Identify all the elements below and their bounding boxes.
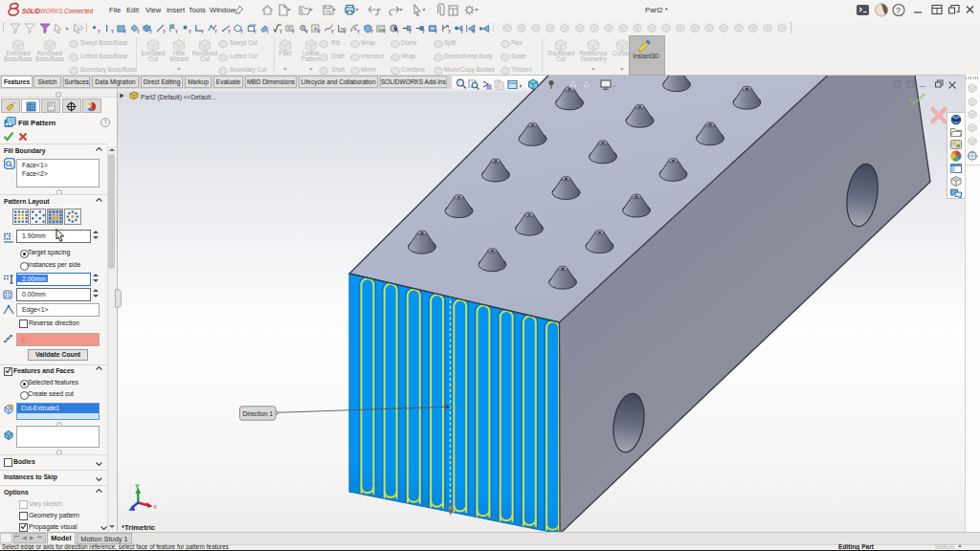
svg-text:Y: Y (240, 29, 243, 33)
svg-text:Y: Y (448, 29, 451, 33)
svg-text:Y: Y (460, 29, 463, 33)
svg-text:Y: Y (175, 29, 178, 33)
svg-text:Y: Y (254, 29, 256, 33)
svg-text:Y: Y (409, 29, 412, 33)
svg-text:Y: Y (228, 29, 231, 33)
svg-text:Y: Y (396, 29, 399, 33)
svg-text:Y: Y (189, 29, 191, 33)
svg-text:Y: Y (331, 29, 334, 33)
svg-text:SOLIDWORKS Connected: SOLIDWORKS Connected (22, 7, 94, 15)
svg-text:Direction 1: Direction 1 (243, 410, 274, 417)
svg-text:Y: Y (318, 29, 321, 33)
svg-text:Y: Y (266, 29, 269, 33)
svg-text:*Trimetric: *Trimetric (122, 523, 155, 532)
svg-text:Part2 (Default) <<Default...: Part2 (Default) <<Default... (141, 94, 216, 101)
svg-text:Y: Y (422, 29, 425, 33)
svg-text:Y: Y (305, 29, 308, 33)
svg-text:Y: Y (214, 29, 217, 33)
svg-text:Y: Y (279, 29, 282, 33)
svg-text:Y: Y (370, 29, 373, 33)
svg-text:A: A (301, 26, 304, 31)
svg-text:A: A (354, 27, 357, 32)
svg-text:Y: Y (357, 29, 360, 33)
svg-text:Y: Y (383, 29, 386, 33)
svg-text:Y: Y (344, 29, 346, 33)
svg-text:Y: Y (137, 29, 140, 33)
svg-text:?: ? (896, 6, 901, 15)
svg-text:Y: Y (292, 29, 295, 33)
svg-text:Y: Y (111, 29, 114, 33)
svg-text:Y: Y (123, 29, 126, 33)
svg-text:Y: Y (163, 29, 166, 33)
svg-text:Y: Y (201, 29, 204, 33)
svg-text:Y: Y (149, 29, 152, 33)
svg-text:Y: Y (135, 483, 140, 490)
svg-text:Y: Y (434, 29, 437, 33)
svg-text:Y: Y (472, 29, 475, 33)
svg-text:Y: Y (98, 29, 100, 33)
